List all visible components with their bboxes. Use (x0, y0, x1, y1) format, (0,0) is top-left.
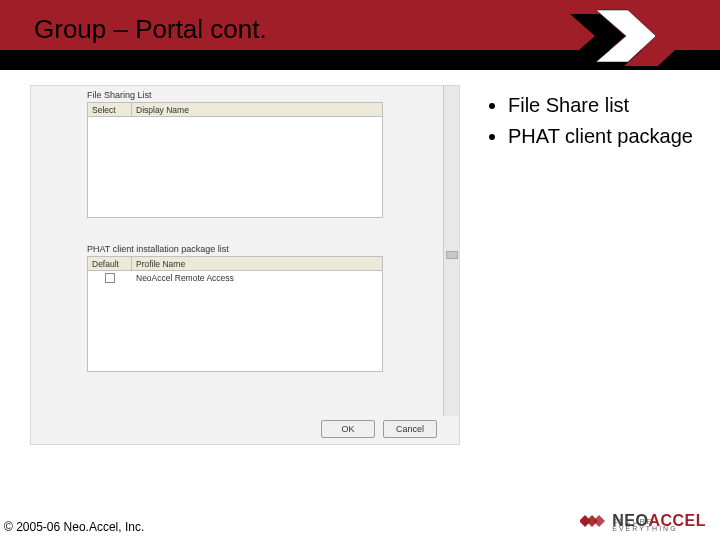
scrollbar-thumb[interactable] (446, 251, 458, 259)
svg-marker-5 (593, 515, 605, 527)
phat-label: PHAT client installation package list (87, 244, 229, 254)
slide-title: Group – Portal cont. (34, 14, 267, 45)
arrow-graphic (570, 4, 690, 68)
bullet-list: File Share list PHAT client package (490, 92, 700, 154)
default-checkbox-cell[interactable] (88, 271, 132, 285)
scrollbar[interactable] (443, 86, 459, 416)
col-display-name: Display Name (132, 103, 382, 116)
title-bar: Group – Portal cont. (0, 0, 720, 70)
table-row[interactable]: NeoAccel Remote Access (88, 271, 382, 285)
col-select: Select (88, 103, 132, 116)
cancel-button[interactable]: Cancel (383, 420, 437, 438)
copyright-text: © 2005-06 Neo.Accel, Inc. (4, 520, 144, 534)
profile-name-cell: NeoAccel Remote Access (132, 271, 382, 285)
ok-button[interactable]: OK (321, 420, 375, 438)
col-profile-name: Profile Name (132, 257, 382, 270)
bullet-item: File Share list (508, 92, 700, 119)
file-share-label: File Sharing List (87, 90, 152, 100)
checkbox-icon[interactable] (105, 273, 115, 283)
dialog-screenshot: File Sharing List Select Display Name PH… (30, 85, 460, 445)
phat-table: Default Profile Name NeoAccel Remote Acc… (87, 256, 383, 372)
logo-tagline: SECURE EVERYTHING (612, 518, 706, 532)
file-share-table: Select Display Name (87, 102, 383, 218)
bullet-item: PHAT client package (508, 123, 700, 150)
logo-mark-icon (580, 510, 606, 532)
col-default: Default (88, 257, 132, 270)
logo: NEOACCEL SECURE EVERYTHING (580, 510, 706, 532)
